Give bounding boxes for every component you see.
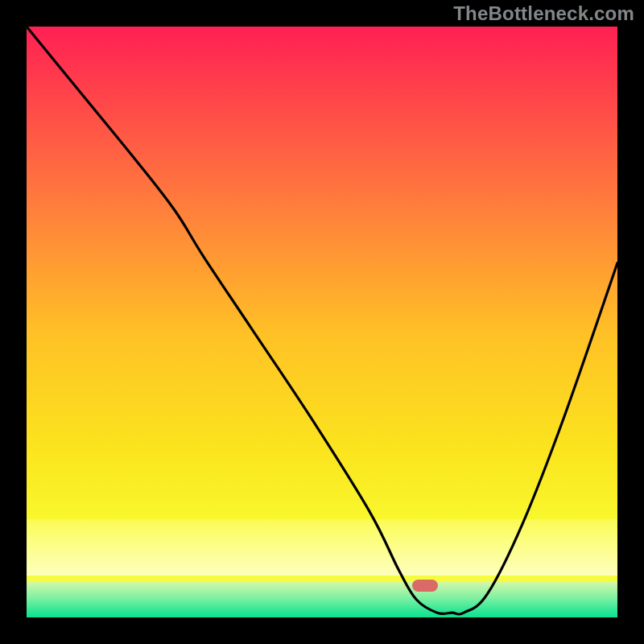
bottleneck-curve [27,27,617,617]
plot-area [27,27,617,617]
frame-border [0,617,644,644]
optimal-marker [412,580,438,592]
watermark-text: TheBottleneck.com [453,2,634,25]
frame-border [617,0,644,644]
frame-border [0,0,27,644]
chart-canvas: TheBottleneck.com [0,0,644,644]
